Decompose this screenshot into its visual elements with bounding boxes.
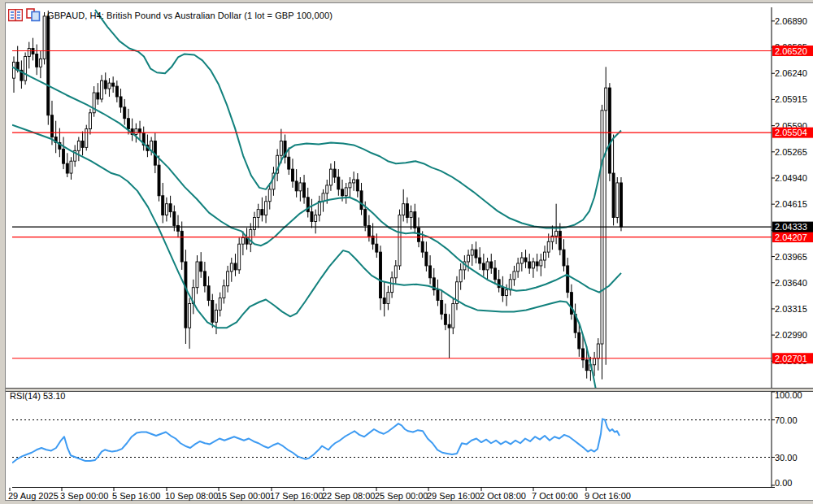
bull-candle-body (326, 185, 328, 193)
time-tick-label: 15 Sep 00:00 (217, 491, 270, 501)
time-tick-label: 9 Oct 16:00 (585, 491, 631, 501)
bull-candle-body (616, 183, 619, 218)
time-tick-label: 10 Sep 08:00 (165, 491, 218, 501)
bear-candle-body (66, 163, 68, 173)
chart-client-area: 2.068902.065652.062402.059152.055902.052… (5, 2, 813, 501)
bear-candle-body (81, 141, 84, 147)
level-price-badge: 2.05504 (772, 128, 813, 138)
bear-candle-body (429, 266, 432, 278)
bull-candle-body (238, 244, 241, 270)
time-tick-label: 25 Sep 00:00 (375, 491, 428, 501)
bull-candle-body (241, 237, 244, 244)
level-price-badge: 2.06520 (772, 46, 813, 56)
bull-candle-body (315, 215, 317, 222)
bear-candle-body (417, 228, 420, 241)
time-tick-label: 5 Sep 16:00 (112, 491, 160, 501)
price-axis[interactable]: 2.068902.065652.062402.059152.055902.052… (772, 7, 807, 388)
bear-candle-body (567, 266, 569, 293)
bull-candle-body (517, 263, 520, 272)
rsi-tick-label: 100.00 (775, 390, 802, 400)
bear-candle-body (185, 262, 187, 328)
price-tick-label: 2.04940 (775, 173, 807, 183)
pane-divider[interactable] (6, 389, 813, 392)
bear-candle-body (311, 212, 313, 222)
bear-candle-body (288, 157, 290, 169)
bull-candle-body (452, 304, 454, 328)
price-tick-label: 2.05915 (775, 94, 807, 104)
bear-candle-body (115, 86, 118, 97)
time-tick-label: 3 Sep 00:00 (60, 491, 108, 501)
bear-candle-body (502, 288, 504, 296)
bid-price-badge: 2.04333 (772, 222, 813, 232)
bull-candle-body (345, 188, 347, 196)
price-chart-canvas[interactable]: 2.068902.065652.062402.059152.055902.052… (6, 3, 813, 504)
bull-candle-body (513, 272, 515, 280)
bear-candle-body (104, 80, 107, 89)
bull-candle-body (43, 16, 46, 59)
bear-candle-body (585, 360, 588, 371)
bull-candle-body (349, 183, 351, 188)
bull-candle-body (322, 193, 324, 202)
bull-candle-body (402, 204, 405, 215)
bear-candle-body (337, 177, 340, 189)
bear-candle-body (360, 191, 363, 210)
bear-candle-body (180, 231, 183, 262)
bear-candle-body (524, 258, 527, 262)
candles-group (13, 11, 623, 381)
bear-candle-body (608, 88, 611, 173)
bear-candle-body (383, 298, 385, 304)
bull-candle-body (555, 231, 558, 236)
bear-candle-body (211, 301, 214, 323)
bollinger-lower-line (12, 125, 606, 445)
bull-candle-body (459, 270, 462, 282)
bollinger-upper-line (95, 10, 621, 228)
bull-candle-body (486, 262, 489, 270)
bull-candle-body (329, 169, 332, 185)
main-price-pane[interactable] (12, 10, 772, 445)
svg-text:2.04207: 2.04207 (775, 232, 807, 242)
bull-candle-body (219, 298, 221, 311)
bear-candle-body (380, 252, 382, 298)
chart-window: 2.068902.065652.062402.059152.055902.052… (0, 0, 813, 504)
bull-candle-body (544, 252, 546, 260)
bear-candle-body (559, 231, 561, 250)
bull-candle-body (387, 293, 389, 304)
bear-candle-body (333, 169, 336, 177)
rsi-tick-label: 30.00 (775, 453, 798, 463)
bull-candle-body (540, 260, 542, 266)
bear-candle-body (203, 272, 206, 286)
time-tick-label: 7 Oct 00:00 (532, 491, 578, 501)
svg-text:2.06520: 2.06520 (775, 46, 807, 56)
bear-candle-body (620, 183, 622, 227)
bull-candle-body (410, 212, 412, 218)
svg-text:2.04333: 2.04333 (775, 222, 807, 232)
bull-candle-body (189, 304, 191, 328)
bull-candle-body (13, 62, 15, 78)
price-tick-label: 2.05265 (775, 147, 807, 157)
list-panel-icon[interactable] (8, 9, 23, 22)
bull-candle-body (196, 262, 198, 288)
svg-text:2.02701: 2.02701 (775, 354, 807, 363)
bull-candle-body (257, 210, 259, 218)
rsi-axis[interactable]: 100.0070.0030.000.00 (772, 390, 802, 488)
overlapping-windows-icon[interactable] (26, 8, 41, 21)
bear-candle-body (475, 250, 477, 258)
bull-candle-body (85, 129, 88, 148)
time-tick-label: 22 Sep 08:00 (322, 491, 375, 501)
price-tick-label: 2.03965 (775, 252, 807, 262)
bull-candle-body (268, 189, 271, 202)
price-tick-label: 2.03640 (775, 278, 807, 288)
time-axis[interactable]: 29 Aug 20253 Sep 00:005 Sep 16:0010 Sep … (8, 488, 775, 502)
bear-candle-body (536, 262, 538, 266)
bear-candle-body (364, 210, 367, 226)
bull-candle-body (230, 263, 233, 272)
rsi-pane[interactable] (12, 419, 772, 463)
bull-candle-body (605, 88, 607, 111)
bull-candle-body (280, 141, 282, 155)
bear-candle-body (406, 204, 408, 218)
bear-candle-body (50, 115, 53, 137)
bear-candle-body (563, 250, 565, 266)
bull-candle-body (101, 80, 103, 99)
bear-candle-body (356, 180, 359, 191)
bull-candle-body (265, 202, 267, 215)
